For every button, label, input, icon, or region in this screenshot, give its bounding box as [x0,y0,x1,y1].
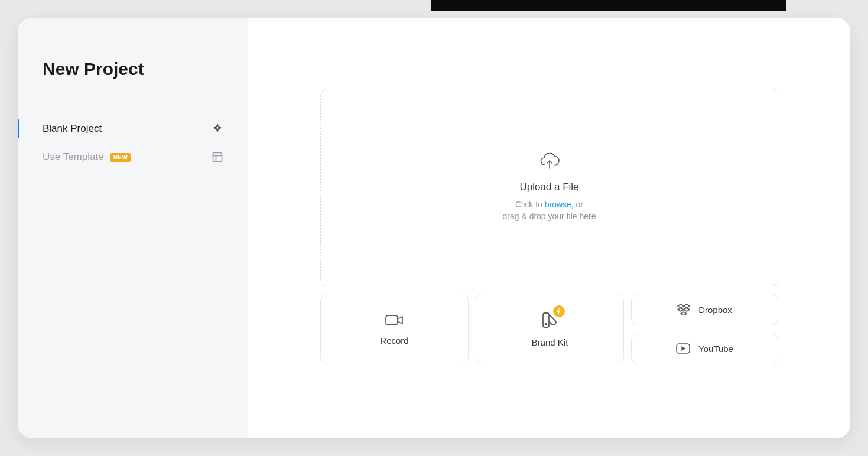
new-badge: NEW [110,153,132,162]
sparkle-icon [212,123,223,135]
main-content: Upload a File Click to browse, or drag &… [248,18,850,438]
background-dark-strip [431,0,786,11]
cloud-upload-icon [539,153,560,170]
sidebar-item-label: Use Template [43,151,104,163]
tile-label: Brand Kit [532,337,568,347]
svg-rect-0 [213,153,222,162]
sidebar-item-use-template[interactable]: Use Template NEW [18,143,248,171]
dropzone-title: Upload a File [519,181,578,193]
dropbox-icon [677,304,690,315]
page-title: New Project [18,59,248,115]
source-options-row: Record Brand Kit [320,294,778,364]
record-tile[interactable]: Record [320,294,469,364]
tile-label: YouTube [698,344,733,354]
tile-label: Record [380,336,408,346]
lightning-badge-icon [553,305,565,317]
sidebar-item-blank-project[interactable]: Blank Project [18,115,248,143]
dropzone-sub-prefix: Click to [515,200,545,209]
youtube-tile[interactable]: YouTube [631,333,778,364]
tile-label: Dropbox [698,305,732,315]
camera-icon [385,313,405,327]
dropzone-sub-line2: drag & drop your file here [503,211,596,221]
template-icon [212,151,223,163]
dropbox-tile[interactable]: Dropbox [631,294,778,325]
new-project-modal: New Project Blank Project Use Template N… [18,18,850,438]
sidebar: New Project Blank Project Use Template N… [18,18,248,438]
brand-kit-icon [541,311,559,329]
dropzone-sub-suffix: , or [571,200,583,209]
svg-point-6 [545,323,547,325]
upload-dropzone[interactable]: Upload a File Click to browse, or drag &… [320,89,778,286]
svg-rect-4 [386,315,398,325]
brand-kit-tile[interactable]: Brand Kit [476,294,624,364]
browse-link[interactable]: browse [545,200,571,209]
sidebar-item-label: Blank Project [43,123,102,135]
dropzone-subtext: Click to browse, or drag & drop your fil… [503,199,596,222]
youtube-icon [676,343,690,354]
